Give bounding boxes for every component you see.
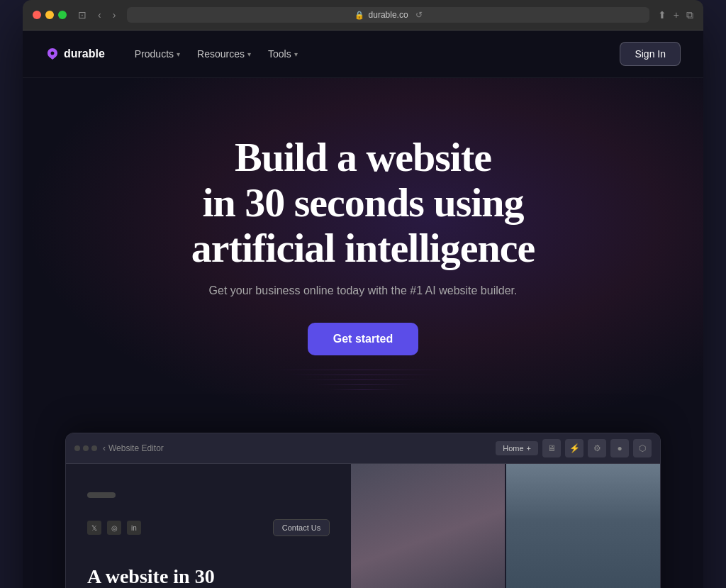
preview-lightning-icon[interactable]: ⚡ [565, 439, 583, 457]
preview-home-tab[interactable]: Home + [496, 441, 538, 455]
preview-desktop-icon[interactable]: 🖥 [542, 439, 561, 457]
address-bar[interactable]: 🔒 durable.co ↺ [127, 7, 649, 23]
preview-site-logo [87, 492, 116, 498]
decorative-line [328, 389, 398, 390]
hero-section: Build a website in 30 seconds using arti… [23, 78, 703, 433]
twitter-icon[interactable]: 𝕏 [87, 521, 101, 535]
preview-user-icon[interactable]: ● [610, 439, 629, 457]
browser-window: ⊡ ‹ › 🔒 durable.co ↺ ⬆ + ⧉ durable [23, 0, 703, 588]
decorative-line [299, 379, 427, 380]
preview-hero-text: A website in 30 seconds for Consulting [87, 558, 330, 588]
preview-content-area: 𝕏 ◎ in Contact Us A website in 30 second… [66, 464, 660, 588]
preview-social-icons: 𝕏 ◎ in [87, 521, 141, 535]
preview-contact-button[interactable]: Contact Us [273, 519, 330, 536]
preview-image-grid [351, 464, 660, 588]
sidebar-toggle-icon[interactable]: ⊡ [75, 8, 89, 22]
nav-links: Products ▾ Resources ▾ Tools ▾ [128, 44, 620, 64]
decorative-line [285, 375, 441, 375]
office-image-placeholder [351, 464, 505, 588]
logo[interactable]: durable [45, 47, 105, 61]
new-tab-icon[interactable]: + [674, 9, 679, 21]
tabs-icon[interactable]: ⧉ [686, 9, 693, 21]
preview-site-heading: A website in 30 seconds for Consulting [87, 565, 330, 588]
building-image-placeholder [506, 464, 660, 588]
hero-subtitle: Get your business online today with the … [51, 284, 675, 297]
nav-item-tools[interactable]: Tools ▾ [261, 44, 305, 64]
maximize-button[interactable] [58, 11, 67, 19]
back-chevron-icon: ‹ [103, 443, 106, 453]
hero-decorative-lines [257, 370, 469, 390]
preview-dot-3 [91, 445, 97, 451]
back-button[interactable]: ‹ [95, 8, 104, 22]
preview-traffic-lights [74, 445, 97, 451]
preview-right-tools: Home + 🖥 ⚡ ⚙ ● ⬡ [496, 439, 652, 457]
nav-resources-label: Resources [197, 48, 245, 60]
minimize-button[interactable] [45, 11, 54, 19]
chevron-down-icon: ▾ [177, 50, 180, 58]
plus-icon: + [527, 444, 531, 453]
preview-external-icon[interactable]: ⬡ [633, 439, 652, 457]
decorative-line [271, 370, 455, 370]
decorative-line [313, 384, 413, 385]
nav-item-resources[interactable]: Resources ▾ [190, 44, 258, 64]
instagram-icon[interactable]: ◎ [107, 521, 121, 535]
close-button[interactable] [33, 11, 41, 19]
browser-actions: ⬆ + ⧉ [658, 9, 693, 21]
browser-chrome: ⊡ ‹ › 🔒 durable.co ↺ ⬆ + ⧉ [23, 0, 703, 30]
signin-button[interactable]: Sign In [620, 42, 681, 66]
preview-site-left: 𝕏 ◎ in Contact Us A website in 30 second… [66, 464, 351, 588]
share-icon[interactable]: ⬆ [658, 9, 666, 21]
nav-products-label: Products [135, 48, 174, 60]
preview-back-button[interactable]: ‹ Website Editor [103, 443, 164, 453]
navigation: durable Products ▾ Resources ▾ Tools ▾ S… [23, 30, 703, 78]
preview-site-nav-row: 𝕏 ◎ in Contact Us [87, 519, 330, 536]
get-started-button[interactable]: Get started [308, 323, 418, 355]
preview-window: ‹ Website Editor Home + 🖥 ⚡ ⚙ ● [65, 433, 661, 588]
hero-title: Build a website in 30 seconds using arti… [51, 135, 675, 270]
url-text: durable.co [369, 10, 408, 20]
forward-button[interactable]: › [110, 8, 119, 22]
logo-text: durable [64, 48, 105, 60]
preview-section: ‹ Website Editor Home + 🖥 ⚡ ⚙ ● [23, 433, 703, 588]
preview-settings-icon[interactable]: ⚙ [588, 439, 606, 457]
chevron-down-icon: ▾ [294, 50, 298, 58]
preview-dot-1 [74, 445, 80, 451]
editor-label: Website Editor [108, 443, 164, 453]
chevron-down-icon: ▾ [247, 50, 251, 58]
preview-chrome: ‹ Website Editor Home + 🖥 ⚡ ⚙ ● [66, 433, 660, 464]
traffic-lights [33, 11, 67, 19]
linkedin-icon[interactable]: in [127, 521, 141, 535]
lock-icon: 🔒 [354, 11, 364, 20]
nav-tools-label: Tools [268, 48, 291, 60]
durable-logo-icon [45, 47, 60, 61]
refresh-icon[interactable]: ↺ [415, 10, 423, 20]
nav-item-products[interactable]: Products ▾ [128, 44, 187, 64]
preview-toolbar: ‹ Website Editor Home + 🖥 ⚡ ⚙ ● [103, 439, 652, 457]
website-content: durable Products ▾ Resources ▾ Tools ▾ S… [23, 30, 703, 588]
preview-image-1 [351, 464, 505, 588]
browser-nav-controls: ⊡ ‹ › [75, 8, 118, 22]
preview-image-2 [506, 464, 660, 588]
preview-dot-2 [83, 445, 89, 451]
